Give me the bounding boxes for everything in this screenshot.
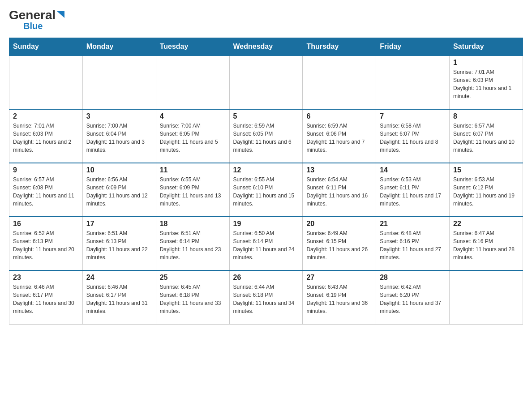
- calendar-cell: 13Sunrise: 6:54 AM Sunset: 6:11 PM Dayli…: [303, 163, 376, 217]
- col-header-thursday: Thursday: [303, 38, 376, 56]
- day-info: Sunrise: 7:00 AM Sunset: 6:04 PM Dayligh…: [86, 122, 152, 154]
- day-number: 6: [306, 112, 372, 120]
- calendar-cell: 1Sunrise: 7:01 AM Sunset: 6:03 PM Daylig…: [450, 56, 523, 109]
- svg-marker-0: [56, 11, 64, 18]
- day-number: 1: [453, 59, 519, 67]
- day-number: 7: [380, 112, 446, 120]
- day-info: Sunrise: 6:57 AM Sunset: 6:07 PM Dayligh…: [453, 122, 519, 154]
- calendar-cell: [229, 56, 303, 109]
- day-number: 14: [380, 166, 446, 174]
- calendar-cell: 3Sunrise: 7:00 AM Sunset: 6:04 PM Daylig…: [82, 109, 156, 163]
- calendar-cell: 17Sunrise: 6:51 AM Sunset: 6:13 PM Dayli…: [82, 217, 156, 270]
- day-number: 10: [86, 166, 152, 174]
- col-header-saturday: Saturday: [450, 38, 523, 56]
- day-info: Sunrise: 6:47 AM Sunset: 6:16 PM Dayligh…: [453, 229, 519, 261]
- logo-blue-text: Blue: [23, 21, 43, 30]
- week-row-4: 16Sunrise: 6:52 AM Sunset: 6:13 PM Dayli…: [9, 217, 523, 270]
- day-number: 4: [160, 112, 226, 120]
- calendar-cell: 10Sunrise: 6:56 AM Sunset: 6:09 PM Dayli…: [82, 163, 156, 217]
- calendar-cell: 23Sunrise: 6:46 AM Sunset: 6:17 PM Dayli…: [9, 270, 83, 324]
- day-info: Sunrise: 6:56 AM Sunset: 6:09 PM Dayligh…: [86, 176, 152, 208]
- day-number: 12: [233, 166, 299, 174]
- logo-general-text: General: [9, 9, 56, 21]
- calendar-cell: 16Sunrise: 6:52 AM Sunset: 6:13 PM Dayli…: [9, 217, 83, 270]
- day-number: 16: [13, 220, 79, 228]
- day-info: Sunrise: 6:43 AM Sunset: 6:19 PM Dayligh…: [306, 283, 372, 315]
- day-number: 11: [160, 166, 226, 174]
- col-header-sunday: Sunday: [9, 38, 83, 56]
- day-info: Sunrise: 6:55 AM Sunset: 6:09 PM Dayligh…: [160, 176, 226, 208]
- calendar-cell: 19Sunrise: 6:50 AM Sunset: 6:14 PM Dayli…: [229, 217, 303, 270]
- calendar-cell: 5Sunrise: 6:59 AM Sunset: 6:05 PM Daylig…: [229, 109, 303, 163]
- day-number: 22: [453, 220, 519, 228]
- week-row-5: 23Sunrise: 6:46 AM Sunset: 6:17 PM Dayli…: [9, 270, 523, 324]
- day-info: Sunrise: 6:53 AM Sunset: 6:11 PM Dayligh…: [380, 176, 446, 208]
- calendar-cell: 20Sunrise: 6:49 AM Sunset: 6:15 PM Dayli…: [303, 217, 376, 270]
- calendar-cell: 21Sunrise: 6:48 AM Sunset: 6:16 PM Dayli…: [376, 217, 450, 270]
- week-row-2: 2Sunrise: 7:01 AM Sunset: 6:03 PM Daylig…: [9, 109, 523, 163]
- day-info: Sunrise: 6:58 AM Sunset: 6:07 PM Dayligh…: [380, 122, 446, 154]
- day-number: 9: [13, 166, 79, 174]
- calendar-cell: 9Sunrise: 6:57 AM Sunset: 6:08 PM Daylig…: [9, 163, 83, 217]
- calendar-cell: [450, 270, 523, 324]
- day-info: Sunrise: 6:42 AM Sunset: 6:20 PM Dayligh…: [380, 283, 446, 315]
- day-info: Sunrise: 6:59 AM Sunset: 6:05 PM Dayligh…: [233, 122, 299, 154]
- day-number: 8: [453, 112, 519, 120]
- day-number: 15: [453, 166, 519, 174]
- calendar-cell: 27Sunrise: 6:43 AM Sunset: 6:19 PM Dayli…: [303, 270, 376, 324]
- day-info: Sunrise: 6:44 AM Sunset: 6:18 PM Dayligh…: [233, 283, 299, 315]
- calendar-cell: [82, 56, 156, 109]
- calendar-cell: 2Sunrise: 7:01 AM Sunset: 6:03 PM Daylig…: [9, 109, 83, 163]
- day-number: 19: [233, 220, 299, 228]
- col-header-tuesday: Tuesday: [156, 38, 229, 56]
- page-header: General Blue: [9, 9, 523, 30]
- day-number: 23: [13, 274, 79, 282]
- calendar-cell: 8Sunrise: 6:57 AM Sunset: 6:07 PM Daylig…: [450, 109, 523, 163]
- calendar-header-row: SundayMondayTuesdayWednesdayThursdayFrid…: [9, 38, 523, 56]
- calendar-cell: 6Sunrise: 6:59 AM Sunset: 6:06 PM Daylig…: [303, 109, 376, 163]
- day-number: 24: [86, 274, 152, 282]
- calendar-cell: 4Sunrise: 7:00 AM Sunset: 6:05 PM Daylig…: [156, 109, 229, 163]
- calendar-cell: 7Sunrise: 6:58 AM Sunset: 6:07 PM Daylig…: [376, 109, 450, 163]
- day-info: Sunrise: 7:01 AM Sunset: 6:03 PM Dayligh…: [453, 68, 519, 100]
- calendar-cell: [156, 56, 229, 109]
- calendar-cell: [376, 56, 450, 109]
- day-info: Sunrise: 6:45 AM Sunset: 6:18 PM Dayligh…: [160, 283, 226, 315]
- day-number: 26: [233, 274, 299, 282]
- calendar-cell: 18Sunrise: 6:51 AM Sunset: 6:14 PM Dayli…: [156, 217, 229, 270]
- calendar-cell: 24Sunrise: 6:46 AM Sunset: 6:17 PM Dayli…: [82, 270, 156, 324]
- day-info: Sunrise: 6:52 AM Sunset: 6:13 PM Dayligh…: [13, 229, 79, 261]
- week-row-1: 1Sunrise: 7:01 AM Sunset: 6:03 PM Daylig…: [9, 56, 523, 109]
- day-number: 17: [86, 220, 152, 228]
- calendar-cell: 14Sunrise: 6:53 AM Sunset: 6:11 PM Dayli…: [376, 163, 450, 217]
- day-number: 27: [306, 274, 372, 282]
- calendar-cell: [9, 56, 83, 109]
- calendar-cell: 26Sunrise: 6:44 AM Sunset: 6:18 PM Dayli…: [229, 270, 303, 324]
- day-number: 3: [86, 112, 152, 120]
- day-number: 18: [160, 220, 226, 228]
- day-info: Sunrise: 6:51 AM Sunset: 6:13 PM Dayligh…: [86, 229, 152, 261]
- col-header-wednesday: Wednesday: [229, 38, 303, 56]
- day-number: 28: [380, 274, 446, 282]
- logo-triangle-icon: [56, 11, 64, 18]
- col-header-friday: Friday: [376, 38, 450, 56]
- day-info: Sunrise: 6:53 AM Sunset: 6:12 PM Dayligh…: [453, 176, 519, 208]
- calendar-cell: 11Sunrise: 6:55 AM Sunset: 6:09 PM Dayli…: [156, 163, 229, 217]
- day-info: Sunrise: 6:49 AM Sunset: 6:15 PM Dayligh…: [306, 229, 372, 261]
- day-number: 13: [306, 166, 372, 174]
- day-info: Sunrise: 7:00 AM Sunset: 6:05 PM Dayligh…: [160, 122, 226, 154]
- calendar-cell: 22Sunrise: 6:47 AM Sunset: 6:16 PM Dayli…: [450, 217, 523, 270]
- day-info: Sunrise: 6:46 AM Sunset: 6:17 PM Dayligh…: [13, 283, 79, 315]
- calendar-cell: 12Sunrise: 6:55 AM Sunset: 6:10 PM Dayli…: [229, 163, 303, 217]
- day-info: Sunrise: 6:46 AM Sunset: 6:17 PM Dayligh…: [86, 283, 152, 315]
- day-number: 5: [233, 112, 299, 120]
- week-row-3: 9Sunrise: 6:57 AM Sunset: 6:08 PM Daylig…: [9, 163, 523, 217]
- day-number: 25: [160, 274, 226, 282]
- day-number: 2: [13, 112, 79, 120]
- calendar-cell: 28Sunrise: 6:42 AM Sunset: 6:20 PM Dayli…: [376, 270, 450, 324]
- day-info: Sunrise: 6:55 AM Sunset: 6:10 PM Dayligh…: [233, 176, 299, 208]
- day-info: Sunrise: 6:54 AM Sunset: 6:11 PM Dayligh…: [306, 176, 372, 208]
- day-info: Sunrise: 6:57 AM Sunset: 6:08 PM Dayligh…: [13, 176, 79, 208]
- day-info: Sunrise: 6:59 AM Sunset: 6:06 PM Dayligh…: [306, 122, 372, 154]
- day-number: 20: [306, 220, 372, 228]
